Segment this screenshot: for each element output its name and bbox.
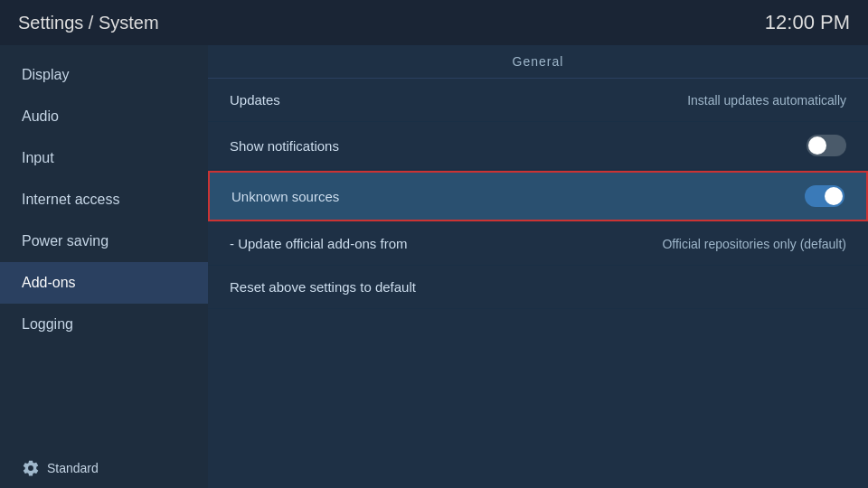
sidebar-item-add-ons[interactable]: Add-ons bbox=[0, 262, 208, 304]
sidebar-item-logging[interactable]: Logging bbox=[0, 304, 208, 345]
clock: 12:00 PM bbox=[765, 11, 850, 34]
header: Settings / System 12:00 PM bbox=[0, 0, 868, 45]
setting-row-updates[interactable]: Updates Install updates automatically bbox=[208, 79, 868, 122]
sidebar-item-display[interactable]: Display bbox=[0, 54, 208, 96]
update-addons-label: - Update official add-ons from bbox=[230, 236, 408, 251]
sidebar-item-power-saving[interactable]: Power saving bbox=[0, 221, 208, 262]
sidebar-item-input[interactable]: Input bbox=[0, 137, 208, 179]
reset-label: Reset above settings to default bbox=[230, 279, 416, 295]
page-title: Settings / System bbox=[18, 13, 159, 33]
updates-label: Updates bbox=[230, 92, 280, 108]
content-area: General Updates Install updates automati… bbox=[208, 45, 868, 488]
updates-value: Install updates automatically bbox=[687, 93, 846, 108]
setting-row-update-addons[interactable]: - Update official add-ons from Official … bbox=[208, 222, 868, 266]
section-header: General bbox=[208, 45, 868, 79]
sidebar-item-audio[interactable]: Audio bbox=[0, 96, 208, 137]
toggle-knob-on bbox=[825, 187, 843, 205]
setting-row-show-notifications[interactable]: Show notifications bbox=[208, 122, 868, 170]
main-layout: Display Audio Input Internet access Powe… bbox=[0, 45, 868, 488]
setting-row-reset[interactable]: Reset above settings to default bbox=[208, 266, 868, 309]
sidebar: Display Audio Input Internet access Powe… bbox=[0, 45, 208, 488]
sidebar-item-internet-access[interactable]: Internet access bbox=[0, 179, 208, 221]
update-addons-value: Official repositories only (default) bbox=[662, 237, 846, 251]
show-notifications-toggle[interactable] bbox=[807, 135, 846, 156]
gear-icon bbox=[22, 459, 40, 477]
show-notifications-label: Show notifications bbox=[230, 138, 339, 154]
unknown-sources-label: Unknown sources bbox=[231, 189, 339, 204]
toggle-knob bbox=[808, 136, 826, 155]
sidebar-bottom: Standard bbox=[0, 448, 208, 488]
setting-row-unknown-sources[interactable]: Unknown sources bbox=[208, 171, 868, 221]
unknown-sources-toggle[interactable] bbox=[805, 185, 844, 207]
sidebar-bottom-label: Standard bbox=[47, 461, 99, 475]
